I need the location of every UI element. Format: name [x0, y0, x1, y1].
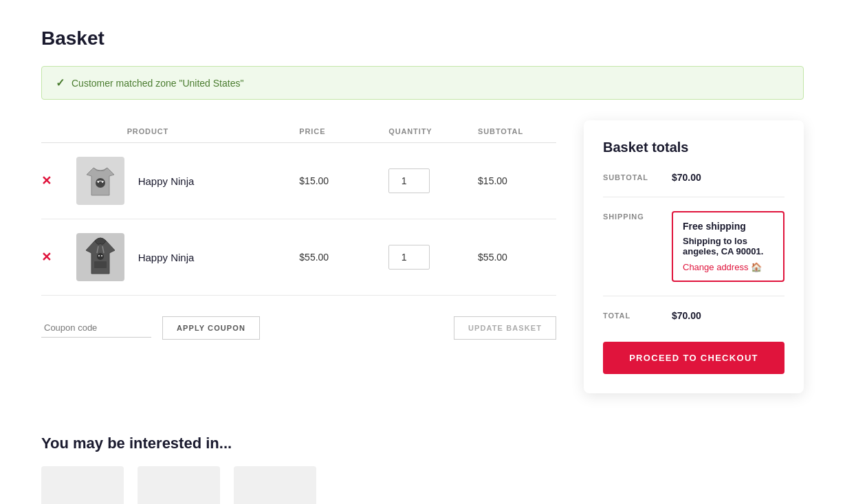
svg-point-6	[97, 253, 104, 260]
product-name-2: Happy Ninja	[138, 252, 195, 263]
basket-totals-panel: Basket totals SUBTOTAL $70.00 SHIPPING F…	[584, 120, 804, 393]
recommendation-item-2[interactable]	[138, 466, 220, 504]
svg-point-0	[96, 178, 105, 188]
hoodie-svg	[83, 237, 118, 278]
product-name-1: Happy Ninja	[138, 175, 195, 187]
table-row: ✕	[41, 143, 556, 219]
svg-point-1	[98, 182, 99, 183]
price-cell-1: $15.00	[288, 143, 377, 219]
svg-point-2	[102, 182, 103, 183]
recommendation-item-3[interactable]	[234, 466, 316, 504]
recommendations-list	[41, 466, 804, 504]
page-title: Basket	[41, 28, 804, 50]
product-cell-2: Happy Ninja	[65, 219, 289, 296]
quantity-cell-2	[377, 219, 467, 296]
remove-button-1[interactable]: ✕	[41, 175, 52, 187]
product-info-1: Happy Ninja	[76, 157, 278, 205]
success-banner: ✓ Customer matched zone "United States"	[41, 66, 804, 100]
quantity-input-1[interactable]	[388, 168, 430, 193]
change-address-label: Change address	[683, 262, 748, 272]
col-subtotal-header: SUBTOTAL	[467, 120, 556, 143]
col-remove	[41, 120, 65, 143]
change-address-link[interactable]: Change address 🏠	[683, 262, 773, 272]
update-basket-button[interactable]: UPDATE BASKET	[454, 316, 556, 340]
location-icon: 🏠	[751, 262, 762, 272]
quantity-cell-1	[377, 143, 467, 219]
quantity-input-2[interactable]	[388, 245, 430, 270]
shipping-address-text: Shipping to los angeles, CA 90001.	[683, 236, 773, 256]
subtotal-label: SUBTOTAL	[603, 172, 658, 182]
subtotal-cell-2: $55.00	[467, 219, 556, 296]
totals-divider-2	[603, 296, 784, 296]
totals-divider-1	[603, 197, 784, 197]
product-info-2: Happy Ninja	[76, 233, 278, 281]
total-value: $70.00	[672, 310, 784, 321]
remove-button-2[interactable]: ✕	[41, 251, 52, 263]
main-layout: PRODUCT PRICE QUANTITY SUBTOTAL ✕	[41, 120, 804, 393]
checkout-button[interactable]: PROCEED TO CHECKOUT	[603, 342, 784, 374]
apply-coupon-button[interactable]: APPLY COUPON	[162, 316, 260, 340]
tshirt-svg	[83, 162, 118, 200]
subtotal-value: $70.00	[672, 172, 784, 183]
recommendation-item-1[interactable]	[41, 466, 124, 504]
col-product-header: PRODUCT	[65, 120, 289, 143]
total-label: TOTAL	[603, 310, 658, 320]
totals-title: Basket totals	[603, 140, 784, 155]
shipping-box: Free shipping Shipping to los angeles, C…	[672, 211, 784, 282]
col-price-header: PRICE	[288, 120, 377, 143]
col-quantity-header: QUANTITY	[377, 120, 467, 143]
subtotal-row: SUBTOTAL $70.00	[603, 172, 784, 183]
product-cell-1: Happy Ninja	[65, 143, 289, 219]
total-row: TOTAL $70.00	[603, 310, 784, 321]
product-image-2	[76, 233, 124, 281]
table-header-row: PRODUCT PRICE QUANTITY SUBTOTAL	[41, 120, 556, 143]
cart-section: PRODUCT PRICE QUANTITY SUBTOTAL ✕	[41, 120, 556, 347]
shipping-row: SHIPPING Free shipping Shipping to los a…	[603, 211, 784, 282]
cart-table: PRODUCT PRICE QUANTITY SUBTOTAL ✕	[41, 120, 556, 296]
shipping-label: SHIPPING	[603, 211, 658, 221]
remove-cell-1: ✕	[41, 143, 65, 219]
checkmark-icon: ✓	[56, 76, 65, 89]
svg-point-8	[101, 255, 102, 256]
price-cell-2: $55.00	[288, 219, 377, 296]
coupon-input[interactable]	[41, 318, 151, 338]
svg-point-7	[98, 255, 100, 256]
remove-cell-2: ✕	[41, 219, 65, 296]
banner-message: Customer matched zone "United States"	[72, 78, 243, 89]
shipping-details-box: Free shipping Shipping to los angeles, C…	[672, 211, 784, 282]
subtotal-cell-1: $15.00	[467, 143, 556, 219]
recommendations-title: You may be interested in...	[41, 435, 804, 452]
cart-actions: APPLY COUPON UPDATE BASKET	[41, 309, 556, 347]
table-row: ✕	[41, 219, 556, 296]
shipping-free-text: Free shipping	[683, 221, 773, 232]
svg-rect-3	[94, 261, 107, 268]
product-image-1	[76, 157, 124, 205]
